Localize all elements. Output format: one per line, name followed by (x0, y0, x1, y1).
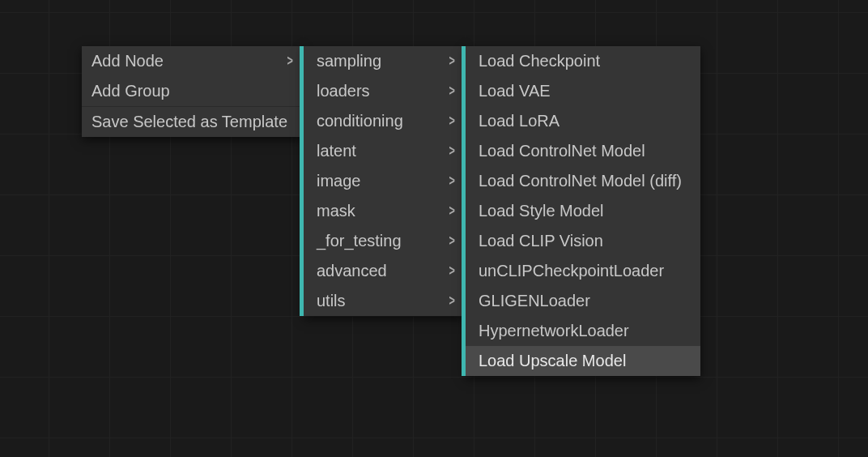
accent-bar (300, 196, 304, 226)
menu-item-load-style-model[interactable]: Load Style Model (466, 196, 700, 226)
accent-bar (300, 226, 304, 256)
menu-item-label: Load LoRA (479, 112, 560, 130)
accent-bar (462, 106, 466, 136)
accent-bar (462, 286, 466, 316)
menu-item-conditioning[interactable]: conditioning > (304, 106, 465, 136)
menu-item-label: sampling (317, 52, 381, 70)
menu-item-label: Save Selected as Template (91, 113, 287, 131)
menu-item-label: conditioning (317, 112, 403, 130)
menu-item-label: HypernetworkLoader (479, 322, 629, 340)
chevron-right-icon: > (449, 263, 455, 280)
menu-item-label: loaders (317, 82, 370, 100)
accent-bar (462, 46, 466, 76)
accent-bar (300, 166, 304, 196)
menu-item-label: Load Checkpoint (479, 52, 600, 70)
menu-item-label: Load ControlNet Model (479, 142, 645, 160)
accent-bar (462, 346, 466, 376)
accent-bar (462, 316, 466, 346)
menu-item-loaders[interactable]: loaders > (304, 76, 465, 106)
menu-item-label: Load VAE (479, 82, 551, 100)
menu-item-load-checkpoint[interactable]: Load Checkpoint (466, 46, 700, 76)
accent-bar (300, 76, 304, 106)
menu-item-sampling[interactable]: sampling > (304, 46, 465, 76)
menu-item-label: unCLIPCheckpointLoader (479, 262, 664, 280)
menu-item-utils[interactable]: utils > (304, 286, 465, 316)
menu-item-load-clip-vision[interactable]: Load CLIP Vision (466, 226, 700, 256)
menu-item-hypernetwork-loader[interactable]: HypernetworkLoader (466, 316, 700, 346)
menu-item-add-node[interactable]: Add Node > (82, 46, 303, 76)
chevron-right-icon: > (449, 203, 455, 220)
menu-item-load-controlnet[interactable]: Load ControlNet Model (466, 136, 700, 166)
context-submenu-loaders: Load Checkpoint Load VAE Load LoRA Load … (466, 46, 700, 376)
menu-item-load-lora[interactable]: Load LoRA (466, 106, 700, 136)
menu-item-label: Load ControlNet Model (diff) (479, 172, 682, 190)
accent-bar (462, 226, 466, 256)
chevron-right-icon: > (449, 293, 455, 310)
chevron-right-icon: > (287, 53, 293, 70)
context-menu-root: Add Node > Add Group Save Selected as Te… (82, 46, 303, 137)
menu-item-latent[interactable]: latent > (304, 136, 465, 166)
accent-bar (300, 46, 304, 76)
menu-item-for-testing[interactable]: _for_testing > (304, 226, 465, 256)
menu-item-label: Load CLIP Vision (479, 232, 603, 250)
context-submenu-categories: sampling > loaders > conditioning > late… (304, 46, 465, 316)
chevron-right-icon: > (449, 143, 455, 160)
accent-bar (462, 136, 466, 166)
menu-item-image[interactable]: image > (304, 166, 465, 196)
menu-item-load-vae[interactable]: Load VAE (466, 76, 700, 106)
menu-item-label: Add Node (91, 52, 164, 70)
menu-item-advanced[interactable]: advanced > (304, 256, 465, 286)
menu-item-unclip-checkpoint-loader[interactable]: unCLIPCheckpointLoader (466, 256, 700, 286)
accent-bar (300, 106, 304, 136)
menu-item-label: mask (317, 202, 355, 220)
accent-bar (462, 76, 466, 106)
menu-item-label: advanced (317, 262, 387, 280)
menu-item-label: _for_testing (317, 232, 402, 250)
menu-item-label: image (317, 172, 360, 190)
menu-item-mask[interactable]: mask > (304, 196, 465, 226)
menu-item-add-group[interactable]: Add Group (82, 76, 303, 106)
accent-bar (462, 196, 466, 226)
menu-item-load-upscale-model[interactable]: Load Upscale Model (466, 346, 700, 376)
chevron-right-icon: > (449, 233, 455, 250)
chevron-right-icon: > (449, 173, 455, 190)
chevron-right-icon: > (449, 53, 455, 70)
menu-item-label: Load Style Model (479, 202, 604, 220)
accent-bar (462, 256, 466, 286)
menu-item-label: Add Group (91, 82, 170, 100)
chevron-right-icon: > (449, 113, 455, 130)
menu-item-save-template[interactable]: Save Selected as Template (82, 107, 303, 137)
menu-item-load-controlnet-diff[interactable]: Load ControlNet Model (diff) (466, 166, 700, 196)
chevron-right-icon: > (449, 83, 455, 100)
accent-bar (300, 286, 304, 316)
accent-bar (300, 256, 304, 286)
accent-bar (300, 136, 304, 166)
accent-bar (462, 166, 466, 196)
menu-item-label: GLIGENLoader (479, 292, 590, 310)
menu-item-gligen-loader[interactable]: GLIGENLoader (466, 286, 700, 316)
menu-item-label: latent (317, 142, 356, 160)
menu-item-label: utils (317, 292, 346, 310)
menu-item-label: Load Upscale Model (479, 352, 626, 370)
